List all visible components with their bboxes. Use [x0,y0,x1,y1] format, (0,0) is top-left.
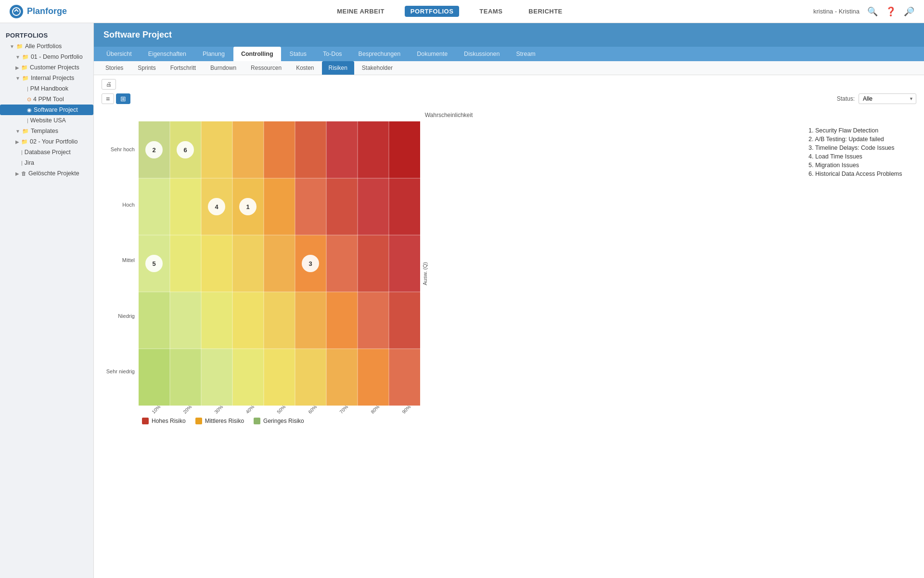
project-icon: ◉ [27,107,32,113]
sidebar-item-internal[interactable]: ▼ 📁 Internal Projects [0,73,93,83]
tab-ubersicht[interactable]: Übersicht [99,47,140,61]
arrow-icon: ▶ [15,139,19,144]
tab-sprints[interactable]: Sprints [131,61,162,75]
logo-icon [10,5,23,18]
nav-meine-arbeit[interactable]: MEINE ARBEIT [331,6,390,17]
tab-risiken[interactable]: Risiken [322,61,354,75]
risk-legend: 1. Security Flaw Detection 2. A/B Testin… [808,112,914,424]
sidebar-item-pmhandbook[interactable]: | PM Handbook [0,83,93,94]
svg-rect-29 [170,292,201,349]
tab-fortschritt[interactable]: Fortschritt [164,61,203,75]
folder-icon: 📁 [21,139,28,145]
risk-matrix-grid: 2 6 4 1 [139,121,420,406]
y-label-hoch: Hoch [103,202,135,208]
nav-berichte[interactable]: BERICHTE [523,6,568,17]
sidebar-item-websiteusa[interactable]: | Website USA [0,115,93,126]
legend-geringes-risiko: Geringes Risiko [254,418,304,424]
svg-rect-26 [358,235,389,292]
sidebar-item-alle[interactable]: ▼ 📁 Alle Portfolios [0,41,93,52]
svg-rect-6 [295,121,326,178]
svg-rect-33 [295,292,326,349]
svg-rect-4 [232,121,264,178]
risk-item-1: 1. Security Flaw Detection [808,126,914,135]
svg-rect-15 [295,178,326,235]
tab-controlling[interactable]: Controlling [233,47,281,61]
y-label-mittel: Mittel [103,257,135,263]
sidebar-item-customer[interactable]: ▶ 📁 Customer Projects [0,62,93,73]
svg-text:6: 6 [183,146,187,154]
svg-rect-21 [201,235,232,292]
sidebar-item-yourportfolio[interactable]: ▶ 📁 02 - Your Portfolio [0,136,93,147]
user-menu[interactable]: kristina - Kristina [813,8,860,15]
doc-icon: | [21,160,23,166]
tab-todos[interactable]: To-Dos [315,47,350,61]
svg-text:1: 1 [246,203,249,210]
arrow-icon: ▼ [15,54,20,60]
status-select[interactable]: Alle Offen Geschlossen [859,93,916,104]
sidebar-item-templates[interactable]: ▼ 📁 Templates [0,126,93,136]
arrow-icon: ▶ [15,65,19,70]
svg-text:5: 5 [152,260,155,267]
tab-kosten[interactable]: Kosten [289,61,321,75]
sidebar-item-geloschte[interactable]: ▶ 🗑 Gelöschte Projekte [0,168,93,179]
arrow-icon: ▼ [10,44,14,49]
svg-rect-5 [264,121,295,178]
nav-teams[interactable]: TEAMS [474,6,508,17]
tab-diskussionen[interactable]: Diskussionen [456,47,507,61]
doc-icon: | [27,86,28,92]
y-axis-label: Ausw. (Q) [422,249,428,285]
svg-rect-20 [170,235,201,292]
svg-text:3: 3 [308,260,312,267]
tab-planung[interactable]: Planung [195,47,232,61]
folder-icon: 📁 [16,43,23,50]
tab-dokumente[interactable]: Dokumente [409,47,455,61]
legend-dot-low [254,418,260,424]
print-button[interactable]: 🖨 [102,79,116,90]
sidebar-item-softwareproject[interactable]: ◉ Software Project [0,105,93,115]
arrow-icon: ▼ [15,129,20,134]
status-select-wrapper: Alle Offen Geschlossen [859,93,916,104]
svg-rect-17 [358,178,389,235]
tab-stakeholder[interactable]: Stakeholder [355,61,399,75]
sidebar-item-ppmtool[interactable]: ⊙ 4 PPM Tool [0,94,93,105]
sidebar: PORTFOLIOS ▼ 📁 Alle Portfolios ▼ 📁 01 - … [0,23,94,578]
primary-tab-bar: Übersicht Eigenschaften Planung Controll… [94,47,924,61]
secondary-tab-bar: Stories Sprints Fortschritt Burndown Res… [94,61,924,75]
sidebar-item-databaseproject[interactable]: | Database Project [0,147,93,158]
tab-ressourcen[interactable]: Ressourcen [244,61,288,75]
tab-status[interactable]: Status [282,47,314,61]
tab-stream[interactable]: Stream [508,47,543,61]
search-icon[interactable]: 🔍 [867,6,878,17]
top-nav-links: MEINE ARBEIT PORTFOLIOS TEAMS BERICHTE [86,6,813,17]
tab-besprechungen[interactable]: Besprechungen [351,47,409,61]
trash-icon: 🗑 [21,171,26,176]
active-doc-icon: ⊙ [27,96,31,103]
risk-item-5: 5. Migration Issues [808,161,914,170]
sidebar-item-jira[interactable]: | Jira [0,158,93,168]
svg-text:4: 4 [215,203,218,210]
risk-item-4: 4. Load Time Issues [808,152,914,161]
svg-rect-7 [326,121,358,178]
sidebar-title: PORTFOLIOS [0,28,93,41]
main-content: Software Project Übersicht Eigenschaften… [94,23,924,578]
tab-stories[interactable]: Stories [99,61,130,75]
legend-dot-medium [195,418,202,424]
sidebar-item-demo[interactable]: ▼ 📁 01 - Demo Portfolio [0,52,93,62]
page-title: Software Project [103,30,914,40]
y-label-sehr-hoch: Sehr hoch [103,146,135,152]
help-icon[interactable]: ❓ [886,6,896,17]
grid-view-button[interactable]: ⊞ [116,93,130,104]
app-logo[interactable]: Planforge [10,5,67,18]
risk-item-3: 3. Timeline Delays: Code Issues [808,144,914,152]
svg-text:2: 2 [152,146,155,154]
app-layout: PORTFOLIOS ▼ 📁 Alle Portfolios ▼ 📁 01 - … [0,23,924,578]
top-nav-right: kristina - Kristina 🔍 ❓ 🔎 [813,6,914,17]
y-label-niedrig: Niedrig [103,313,135,319]
settings-icon[interactable]: 🔎 [904,6,914,17]
list-view-button[interactable]: ≡ [102,93,114,104]
nav-portfolios[interactable]: PORTFOLIOS [405,6,460,17]
tab-eigenschaften[interactable]: Eigenschaften [141,47,194,61]
svg-rect-30 [201,292,232,349]
svg-rect-10 [139,178,170,235]
tab-burndown[interactable]: Burndown [204,61,243,75]
